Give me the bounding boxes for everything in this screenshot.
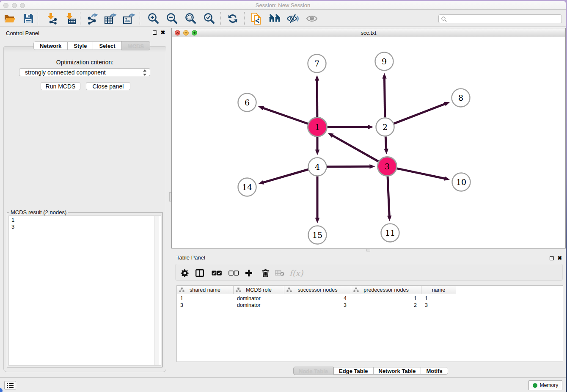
column-header-successor-nodes[interactable]: successor nodes [284,286,351,294]
table-tab-node-table[interactable]: Node Table [293,367,333,375]
zoom-in-button[interactable] [147,12,160,25]
optimization-criterion-select[interactable]: strongly connected component [19,68,150,76]
trash-icon [262,269,269,277]
zoom-fit-button[interactable] [184,12,197,25]
select-all-button[interactable] [211,268,222,278]
node-table[interactable]: shared nameMCDS rolesuccessor nodesprede… [176,285,563,362]
edge-3-1[interactable] [332,135,378,161]
first-neighbors-button[interactable] [268,12,281,25]
export-network-button[interactable] [86,12,99,25]
edge-2-8[interactable] [394,104,446,124]
hide-selected-button[interactable] [286,12,299,25]
table-panel-tabs: Node TableEdge TableNetwork TableMotifs [293,367,448,375]
control-tab-network[interactable]: Network [33,41,67,50]
cell-1-name[interactable]: 3 [421,302,456,309]
select-all-icon [212,271,222,276]
run-mcds-button[interactable]: Run MCDS [41,82,80,90]
table-panel-title: Table Panel [176,254,205,261]
edge-1-6[interactable] [262,108,308,124]
arrowhead-1-7 [315,75,319,80]
gear-icon [181,269,189,277]
search-input[interactable] [447,16,561,22]
edge-1-7[interactable] [317,80,317,117]
cell-1-predecessor-nodes[interactable]: 2 [351,302,421,309]
memory-label: Memory [540,382,558,388]
open-session-button[interactable] [3,12,16,25]
node-label-7: 7 [314,59,319,68]
delete-column-button[interactable] [260,268,271,278]
node-label-10: 10 [456,177,466,187]
edge-4-3[interactable] [327,166,370,167]
deselect-all-button[interactable] [228,268,239,278]
cell-1-MCDS-role[interactable]: dominator [234,302,284,309]
import-network-button[interactable] [45,12,58,25]
cell-1-shared-name[interactable]: 3 [177,302,234,309]
export-table-button[interactable] [104,12,117,25]
memory-button[interactable]: Memory [528,380,562,390]
column-type-icon [236,287,241,292]
column-header-shared-name[interactable]: shared name [177,286,234,294]
network-overview-button[interactable] [250,12,263,25]
table-panel-float-button[interactable] [550,256,554,260]
cell-0-MCDS-role[interactable]: dominator [234,295,284,302]
edge-3-11[interactable] [388,176,389,216]
node-label-3: 3 [385,162,390,171]
zoom-selected-button[interactable] [203,12,215,25]
table-tab-motifs[interactable]: Motifs [421,367,448,375]
arrowhead-1-6 [258,106,264,110]
arrowhead-4-3 [369,164,375,168]
arrowhead-1-2 [368,125,374,129]
arrowhead-3-11 [387,215,391,221]
status-bar: Memory [0,377,566,391]
zoom-out-button[interactable] [165,12,178,25]
result-scrollbar[interactable] [154,216,159,365]
close-panel-button[interactable]: Close panel [86,82,130,90]
cell-0-shared-name[interactable]: 1 [177,295,234,302]
cell-1-successor-nodes[interactable]: 3 [284,302,351,309]
node-label-8: 8 [458,93,463,102]
control-tab-style[interactable]: Style [67,41,93,50]
table-panel-close-button[interactable]: ✖ [557,255,563,262]
node-label-11: 11 [385,228,395,237]
add-column-button[interactable] [243,268,254,278]
optimization-criterion-label: Optimization criterion: [4,59,166,66]
gear-icon-button[interactable] [179,268,190,278]
edge-2-3[interactable] [385,136,386,149]
task-history-button[interactable] [4,381,16,389]
cell-0-predecessor-nodes[interactable]: 1 [351,295,421,302]
function-builder-button[interactable]: f(x) [291,268,302,278]
window-titlebar: Session: New Session [0,1,566,10]
memory-status-icon [533,383,537,388]
cell-0-name[interactable]: 1 [421,295,456,302]
column-header-name[interactable]: name [421,286,456,294]
search-field[interactable] [438,14,562,23]
delete-table-button[interactable] [274,268,285,278]
split-columns-button[interactable] [194,268,205,278]
network-canvas[interactable]: 1234678910111415 [172,38,565,248]
column-header-MCDS-role[interactable]: MCDS role [234,286,284,294]
export-image-button[interactable] [123,12,135,25]
column-type-icon [286,287,292,292]
edge-3-10[interactable] [397,168,445,179]
edge-4-14[interactable] [263,169,308,182]
column-header-predecessor-nodes[interactable]: predecessor nodes [351,286,421,294]
import-table-button[interactable] [64,12,77,25]
control-tab-mcds[interactable]: MCDS [121,41,150,50]
save-session-button[interactable] [22,12,35,25]
table-tab-edge-table[interactable]: Edge Table [333,367,373,375]
arrowhead-4-15 [315,218,319,224]
apply-layout-button[interactable] [226,12,239,25]
arrowhead-1-4 [315,150,319,155]
show-all-button[interactable] [306,12,318,25]
eye-slash-icon [286,14,299,24]
control-panel-close-button[interactable]: ✖ [160,29,166,36]
cell-0-successor-nodes[interactable]: 4 [284,295,351,302]
mcds-result-text[interactable]: 1 3 [8,215,161,366]
refresh-icon [227,13,239,25]
table-tab-network-table[interactable]: Network Table [373,367,421,375]
control-panel-float-button[interactable] [153,30,157,35]
horizontal-splitter-grip[interactable] [366,249,370,251]
edge-2-9[interactable] [384,77,385,117]
control-tab-select[interactable]: Select [93,41,121,50]
column-type-icon [179,287,184,292]
